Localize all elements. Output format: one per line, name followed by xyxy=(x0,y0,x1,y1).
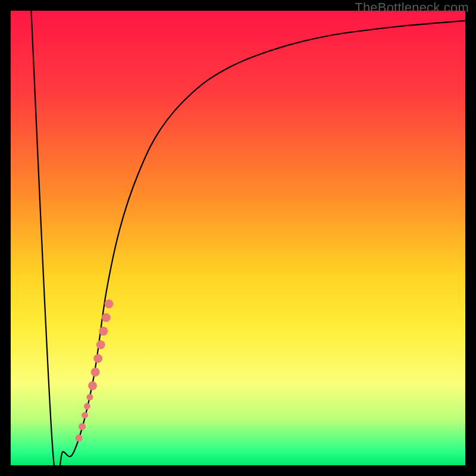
gradient-background xyxy=(11,11,465,465)
highlight-dot xyxy=(82,412,88,418)
chart-frame xyxy=(11,11,465,465)
chart-svg xyxy=(11,11,465,465)
highlight-dot xyxy=(79,423,86,430)
highlight-dot xyxy=(76,434,83,441)
highlight-dot xyxy=(91,368,100,377)
highlight-dot xyxy=(88,381,97,390)
highlight-dot xyxy=(102,313,111,322)
highlight-dot xyxy=(96,340,105,349)
watermark-text: TheBottleneck.com xyxy=(355,0,469,15)
highlight-dot xyxy=(93,354,102,363)
highlight-dot xyxy=(84,403,90,409)
highlight-dot xyxy=(105,299,114,308)
highlight-dot xyxy=(99,327,108,336)
highlight-dot xyxy=(86,394,93,400)
